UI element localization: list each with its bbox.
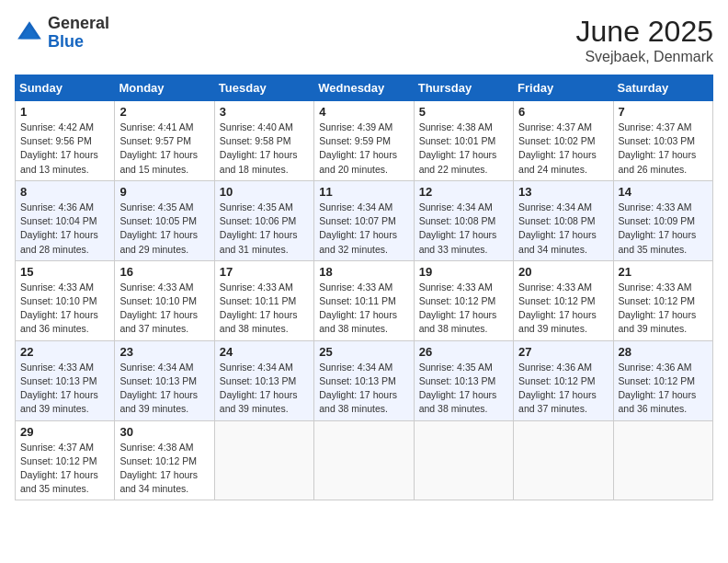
day-number: 30 — [119, 425, 209, 439]
day-info: Sunrise: 4:36 AM Sunset: 10:12 PM Daylig… — [619, 361, 708, 417]
day-number: 17 — [220, 265, 309, 279]
day-number: 18 — [319, 265, 408, 279]
day-info: Sunrise: 4:33 AM Sunset: 10:12 PM Daylig… — [619, 281, 708, 337]
day-cell: 12Sunrise: 4:34 AM Sunset: 10:08 PM Dayl… — [414, 180, 513, 260]
day-number: 21 — [619, 265, 708, 279]
week-row-4: 22Sunrise: 4:33 AM Sunset: 10:13 PM Dayl… — [16, 340, 713, 420]
day-cell: 9Sunrise: 4:35 AM Sunset: 10:05 PM Dayli… — [115, 180, 214, 260]
calendar-table: SundayMondayTuesdayWednesdayThursdayFrid… — [15, 75, 713, 500]
day-number: 27 — [518, 345, 608, 359]
day-info: Sunrise: 4:36 AM Sunset: 10:04 PM Daylig… — [20, 201, 109, 257]
week-row-1: 1Sunrise: 4:42 AM Sunset: 9:56 PM Daylig… — [16, 101, 713, 181]
day-info: Sunrise: 4:33 AM Sunset: 10:11 PM Daylig… — [319, 281, 408, 337]
day-number: 5 — [419, 105, 508, 119]
day-cell: 1Sunrise: 4:42 AM Sunset: 9:56 PM Daylig… — [16, 101, 115, 181]
col-header-friday: Friday — [514, 75, 613, 101]
day-number: 16 — [119, 265, 209, 279]
week-row-2: 8Sunrise: 4:36 AM Sunset: 10:04 PM Dayli… — [16, 180, 713, 260]
day-number: 28 — [619, 345, 708, 359]
day-info: Sunrise: 4:33 AM Sunset: 10:10 PM Daylig… — [20, 281, 109, 337]
day-number: 8 — [20, 185, 109, 199]
day-info: Sunrise: 4:34 AM Sunset: 10:13 PM Daylig… — [319, 361, 408, 417]
day-number: 12 — [419, 185, 508, 199]
day-cell: 2Sunrise: 4:41 AM Sunset: 9:57 PM Daylig… — [115, 101, 214, 181]
day-info: Sunrise: 4:33 AM Sunset: 10:13 PM Daylig… — [20, 361, 109, 417]
day-cell — [314, 420, 414, 500]
day-cell: 27Sunrise: 4:36 AM Sunset: 10:12 PM Dayl… — [514, 340, 613, 420]
day-cell: 20Sunrise: 4:33 AM Sunset: 10:12 PM Dayl… — [514, 260, 613, 340]
day-number: 26 — [419, 345, 508, 359]
day-number: 13 — [518, 185, 608, 199]
day-cell: 16Sunrise: 4:33 AM Sunset: 10:10 PM Dayl… — [115, 260, 214, 340]
day-cell: 11Sunrise: 4:34 AM Sunset: 10:07 PM Dayl… — [314, 180, 414, 260]
day-info: Sunrise: 4:35 AM Sunset: 10:13 PM Daylig… — [419, 361, 508, 417]
day-cell: 13Sunrise: 4:34 AM Sunset: 10:08 PM Dayl… — [514, 180, 613, 260]
day-info: Sunrise: 4:34 AM Sunset: 10:13 PM Daylig… — [119, 361, 209, 417]
day-cell: 8Sunrise: 4:36 AM Sunset: 10:04 PM Dayli… — [16, 180, 115, 260]
day-cell: 26Sunrise: 4:35 AM Sunset: 10:13 PM Dayl… — [414, 340, 513, 420]
col-header-wednesday: Wednesday — [314, 75, 414, 101]
day-number: 9 — [119, 185, 209, 199]
calendar-header-row: SundayMondayTuesdayWednesdayThursdayFrid… — [16, 75, 713, 101]
day-cell: 17Sunrise: 4:33 AM Sunset: 10:11 PM Dayl… — [214, 260, 313, 340]
logo: General Blue — [15, 15, 109, 52]
day-number: 1 — [20, 105, 109, 119]
day-info: Sunrise: 4:39 AM Sunset: 9:59 PM Dayligh… — [319, 121, 408, 177]
day-info: Sunrise: 4:37 AM Sunset: 10:12 PM Daylig… — [20, 441, 109, 497]
day-number: 20 — [518, 265, 608, 279]
day-cell: 23Sunrise: 4:34 AM Sunset: 10:13 PM Dayl… — [115, 340, 214, 420]
day-info: Sunrise: 4:36 AM Sunset: 10:12 PM Daylig… — [518, 361, 608, 417]
day-cell — [414, 420, 513, 500]
day-number: 4 — [319, 105, 408, 119]
day-info: Sunrise: 4:33 AM Sunset: 10:11 PM Daylig… — [220, 281, 309, 337]
day-number: 24 — [220, 345, 309, 359]
col-header-saturday: Saturday — [613, 75, 712, 101]
day-info: Sunrise: 4:34 AM Sunset: 10:08 PM Daylig… — [419, 201, 508, 257]
day-cell: 15Sunrise: 4:33 AM Sunset: 10:10 PM Dayl… — [16, 260, 115, 340]
day-cell: 6Sunrise: 4:37 AM Sunset: 10:02 PM Dayli… — [514, 101, 613, 181]
day-info: Sunrise: 4:34 AM Sunset: 10:08 PM Daylig… — [518, 201, 608, 257]
day-info: Sunrise: 4:37 AM Sunset: 10:02 PM Daylig… — [518, 121, 608, 177]
day-info: Sunrise: 4:35 AM Sunset: 10:06 PM Daylig… — [220, 201, 309, 257]
day-cell: 28Sunrise: 4:36 AM Sunset: 10:12 PM Dayl… — [613, 340, 712, 420]
day-cell — [514, 420, 613, 500]
day-info: Sunrise: 4:41 AM Sunset: 9:57 PM Dayligh… — [119, 121, 209, 177]
day-cell: 30Sunrise: 4:38 AM Sunset: 10:12 PM Dayl… — [115, 420, 214, 500]
day-number: 6 — [518, 105, 608, 119]
day-cell: 19Sunrise: 4:33 AM Sunset: 10:12 PM Dayl… — [414, 260, 513, 340]
logo-blue-text: Blue — [48, 33, 109, 52]
day-cell: 10Sunrise: 4:35 AM Sunset: 10:06 PM Dayl… — [214, 180, 313, 260]
day-cell: 29Sunrise: 4:37 AM Sunset: 10:12 PM Dayl… — [16, 420, 115, 500]
day-cell: 3Sunrise: 4:40 AM Sunset: 9:58 PM Daylig… — [214, 101, 313, 181]
week-row-5: 29Sunrise: 4:37 AM Sunset: 10:12 PM Dayl… — [16, 420, 713, 500]
week-row-3: 15Sunrise: 4:33 AM Sunset: 10:10 PM Dayl… — [16, 260, 713, 340]
day-info: Sunrise: 4:37 AM Sunset: 10:03 PM Daylig… — [619, 121, 708, 177]
day-cell: 25Sunrise: 4:34 AM Sunset: 10:13 PM Dayl… — [314, 340, 414, 420]
day-number: 19 — [419, 265, 508, 279]
day-cell: 21Sunrise: 4:33 AM Sunset: 10:12 PM Dayl… — [613, 260, 712, 340]
day-info: Sunrise: 4:33 AM Sunset: 10:09 PM Daylig… — [619, 201, 708, 257]
day-cell: 4Sunrise: 4:39 AM Sunset: 9:59 PM Daylig… — [314, 101, 414, 181]
day-number: 29 — [20, 425, 109, 439]
day-info: Sunrise: 4:33 AM Sunset: 10:10 PM Daylig… — [119, 281, 209, 337]
col-header-tuesday: Tuesday — [214, 75, 313, 101]
day-number: 11 — [319, 185, 408, 199]
day-info: Sunrise: 4:34 AM Sunset: 10:13 PM Daylig… — [220, 361, 309, 417]
day-number: 10 — [220, 185, 309, 199]
logo-general-text: General — [48, 15, 109, 33]
month-title: June 2025 — [576, 15, 713, 49]
day-cell: 7Sunrise: 4:37 AM Sunset: 10:03 PM Dayli… — [613, 101, 712, 181]
day-info: Sunrise: 4:40 AM Sunset: 9:58 PM Dayligh… — [220, 121, 309, 177]
day-number: 22 — [20, 345, 109, 359]
day-cell — [613, 420, 712, 500]
day-info: Sunrise: 4:42 AM Sunset: 9:56 PM Dayligh… — [20, 121, 109, 177]
day-number: 23 — [119, 345, 209, 359]
day-cell — [214, 420, 313, 500]
day-info: Sunrise: 4:33 AM Sunset: 10:12 PM Daylig… — [518, 281, 608, 337]
col-header-monday: Monday — [115, 75, 214, 101]
day-info: Sunrise: 4:35 AM Sunset: 10:05 PM Daylig… — [119, 201, 209, 257]
logo-icon — [15, 18, 44, 48]
day-cell: 5Sunrise: 4:38 AM Sunset: 10:01 PM Dayli… — [414, 101, 513, 181]
col-header-thursday: Thursday — [414, 75, 513, 101]
day-cell: 14Sunrise: 4:33 AM Sunset: 10:09 PM Dayl… — [613, 180, 712, 260]
